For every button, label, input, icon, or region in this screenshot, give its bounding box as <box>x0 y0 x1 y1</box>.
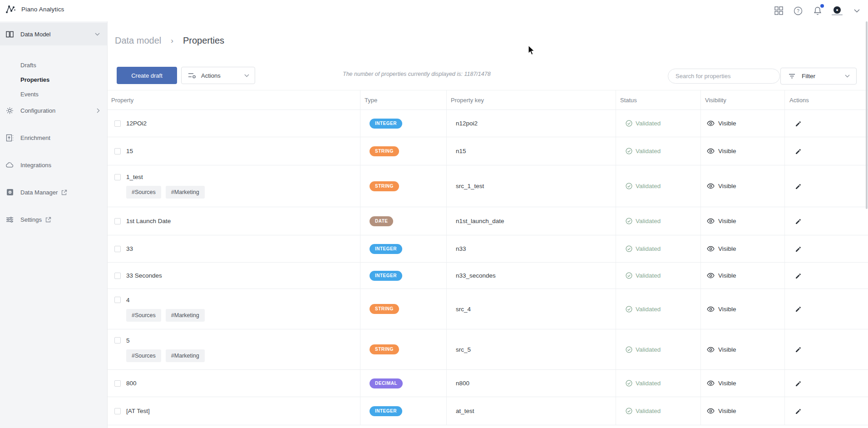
sidebar-item-label: Properties <box>20 76 49 83</box>
row-checkbox[interactable] <box>114 273 121 279</box>
column-header-property: Property <box>108 90 360 109</box>
topbar-icons: ? ● <box>774 0 862 21</box>
row-checkbox[interactable] <box>114 337 121 343</box>
check-circle-icon <box>626 183 632 189</box>
check-circle-icon <box>626 346 632 353</box>
edit-pencil-icon[interactable] <box>794 217 803 226</box>
edit-pencil-icon[interactable] <box>794 244 803 254</box>
sidebar-item-configuration[interactable]: Configuration <box>0 103 108 118</box>
vertical-scrollbar[interactable] <box>866 21 868 209</box>
properties-count-info: The number of properties currently displ… <box>343 71 491 77</box>
type-cell: STRING <box>360 329 446 369</box>
status-badge: Validated <box>636 346 661 353</box>
avatar-caption <box>832 14 843 15</box>
property-name: 1_test <box>126 174 143 180</box>
sidebar-item-enrichment[interactable]: Enrichment <box>0 130 108 145</box>
account-chevron-down-icon[interactable] <box>852 6 862 16</box>
actions-cell <box>784 289 868 329</box>
sidebar-item-drafts[interactable]: Drafts <box>0 58 108 72</box>
row-checkbox[interactable] <box>114 218 121 224</box>
property-cell: [AT Test] <box>108 397 360 425</box>
row-checkbox[interactable] <box>114 408 121 414</box>
edit-pencil-icon[interactable] <box>794 119 803 128</box>
sidebar-item-events[interactable]: Events <box>0 87 108 101</box>
sidebar-item-data-manager[interactable]: Data Manager <box>0 185 108 199</box>
edit-pencil-icon[interactable] <box>794 271 803 280</box>
chevron-right-icon <box>97 108 100 113</box>
status-cell: Validated <box>616 263 700 289</box>
property-tags: #Sources#Marketing <box>108 186 360 199</box>
type-badge: DATE <box>370 216 393 226</box>
filter-dropdown[interactable]: Filter <box>780 68 857 85</box>
property-name: 33 Secondes <box>126 272 162 279</box>
edit-pencil-icon[interactable] <box>794 407 803 416</box>
property-name: [AT Test] <box>126 408 150 414</box>
type-badge: STRING <box>370 181 399 191</box>
row-checkbox[interactable] <box>114 246 121 252</box>
check-circle-icon <box>626 380 632 387</box>
search-input[interactable] <box>668 69 780 84</box>
row-checkbox[interactable] <box>114 297 121 303</box>
edit-pencil-icon[interactable] <box>794 147 803 156</box>
chevron-down-icon <box>244 74 249 77</box>
piano-analytics-logo-icon <box>5 4 15 15</box>
type-badge: INTEGER <box>370 244 402 254</box>
check-circle-icon <box>626 120 632 127</box>
status-cell: Validated <box>616 397 700 425</box>
visibility-value: Visible <box>718 346 736 353</box>
account-avatar[interactable]: ● <box>832 6 842 16</box>
breadcrumb-data-model[interactable]: Data model <box>115 35 161 46</box>
sidebar: Data Model Drafts Properties Events Conf… <box>0 21 108 428</box>
chevron-down-icon <box>845 75 850 78</box>
edit-pencil-icon[interactable] <box>794 182 803 191</box>
sidebar-item-settings[interactable]: Settings <box>0 212 108 227</box>
check-circle-icon <box>626 272 632 279</box>
check-circle-icon <box>626 218 632 224</box>
eye-icon <box>707 120 715 126</box>
sidebar-item-label: Configuration <box>20 107 55 114</box>
type-badge: DECIMAL <box>370 378 403 388</box>
type-cell: DATE <box>360 207 446 235</box>
edit-pencil-icon[interactable] <box>794 345 803 354</box>
property-key-cell: src_5 <box>446 329 616 369</box>
edit-pencil-icon[interactable] <box>794 304 803 314</box>
property-cell: 1_test #Sources#Marketing <box>108 165 360 207</box>
sidebar-item-label: Drafts <box>20 62 36 69</box>
table-row: 33 INTEGER n33 Validated <box>108 235 868 263</box>
help-icon[interactable]: ? <box>793 6 803 16</box>
property-cell: 5 #Sources#Marketing <box>108 329 360 369</box>
status-badge: Validated <box>636 380 661 387</box>
status-badge: Validated <box>636 183 661 189</box>
row-checkbox[interactable] <box>114 120 121 127</box>
property-key: n800 <box>456 380 616 387</box>
apps-grid-icon[interactable] <box>774 6 784 16</box>
actions-cell <box>784 165 868 207</box>
property-cell: 12POi2 <box>108 110 360 137</box>
sidebar-item-label: Settings <box>20 216 42 223</box>
column-header-type: Type <box>360 90 446 109</box>
property-key: src_4 <box>456 306 616 313</box>
visibility-value: Visible <box>718 183 736 189</box>
notifications-bell-icon[interactable] <box>813 6 823 16</box>
type-cell: INTEGER <box>360 397 446 425</box>
row-checkbox[interactable] <box>114 148 121 154</box>
edit-pencil-icon[interactable] <box>794 379 803 388</box>
row-checkbox[interactable] <box>114 380 121 387</box>
row-checkbox[interactable] <box>114 174 121 180</box>
property-key: at_test <box>456 408 616 414</box>
create-draft-button[interactable]: Create draft <box>117 67 177 84</box>
status-badge: Validated <box>636 148 661 154</box>
property-name: 33 <box>126 245 133 252</box>
actions-list-icon <box>188 72 196 79</box>
brand: Piano Analytics <box>5 4 64 15</box>
type-badge: STRING <box>370 304 399 314</box>
sidebar-item-properties[interactable]: Properties <box>0 72 108 87</box>
status-badge: Validated <box>636 120 661 127</box>
visibility-cell: Visible <box>700 207 784 235</box>
sidebar-item-integrations[interactable]: Integrations <box>0 158 108 172</box>
visibility-cell: Visible <box>700 110 784 137</box>
property-tags: #Sources#Marketing <box>108 309 360 322</box>
sidebar-item-data-model[interactable]: Data Model <box>0 23 108 45</box>
property-cell: 33 <box>108 235 360 262</box>
actions-dropdown[interactable]: Actions <box>181 67 255 84</box>
